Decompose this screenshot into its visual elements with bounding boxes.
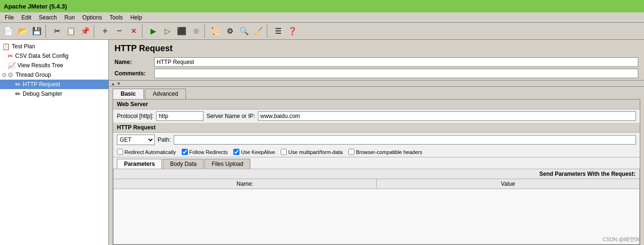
name-input[interactable] [154,57,638,67]
multipart-checkbox[interactable]: Use multipart/form-data [281,149,343,155]
thread-group-icon: ⚙ [8,71,14,79]
inner-tabs-bar: Parameters Body Data Files Upload [113,157,640,169]
view-results-icon: 📈 [8,62,16,69]
tree-item-debug-sampler[interactable]: ✏ Debug Sampler [0,89,108,99]
follow-redirects-label: Follow Redirects [189,149,228,155]
protocol-label: Protocol [http]: [117,113,153,119]
menu-options[interactable]: Options [79,13,106,22]
path-label: Path: [158,136,171,143]
divider-bar: ▲ ▼ [109,80,644,87]
clear-all-button[interactable]: 🧹 [252,25,265,38]
web-server-header: Web Server [113,100,640,109]
cut-button[interactable]: ✂ [50,25,63,38]
comments-label: Comments: [115,70,152,77]
server-input[interactable] [258,111,636,121]
shutdown-button[interactable]: ⊗ [189,25,203,38]
list-button[interactable]: ☰ [272,25,285,38]
jar-button[interactable]: ⚙ [223,25,237,38]
http-request-icon: ✏ [15,81,21,88]
paste-button[interactable]: 📌 [79,25,92,38]
protocol-input[interactable] [156,111,203,121]
menu-help[interactable]: Help [126,13,146,22]
open-button[interactable]: 📂 [16,25,29,38]
watermark: CSDN @晴空06 [602,236,640,243]
thread-expand-icon: ⊙ [2,72,7,78]
toolbar: 📄 📂 💾 ✂ 📋 📌 + − ✕ ▶ ▷ ⬛ ⊗ 📜 ⚙ 🔍 🧹 ☰ ❓ [0,23,644,40]
menu-tools[interactable]: Tools [106,13,126,22]
redirect-auto-checkbox[interactable]: Redirect Automatically [117,149,176,155]
toolbar-sep-4 [204,25,207,38]
toolbar-sep-3 [142,25,145,38]
multipart-label: Use multipart/form-data [288,149,343,155]
toolbar-sep-1 [45,25,48,38]
fields-area: Name: Comments: [109,55,644,80]
tree-item-thread-group[interactable]: ⊙ ⚙ Thread Group [0,70,108,80]
http-request-label: HTTP Request [23,81,60,88]
path-input[interactable] [174,135,636,145]
value-header: Value [377,179,639,189]
clear-button[interactable]: ✕ [127,25,140,38]
scroll-down-arrow[interactable]: ▼ [116,81,121,86]
inner-tab-parameters[interactable]: Parameters [117,159,162,169]
menu-search[interactable]: Search [35,13,61,22]
main-layout: 📋 Test Plan ✂ CSV Data Set Config 📈 View… [0,40,644,245]
menu-run[interactable]: Run [61,13,79,22]
name-row: Name: [115,57,638,67]
keep-alive-input[interactable] [233,149,239,155]
browser-compat-checkbox[interactable]: Browser-compatible headers [348,149,422,155]
send-params-label: Send Parameters With the Request: [539,171,635,177]
comments-input[interactable] [154,69,638,78]
toolbar-sep-5 [267,25,270,38]
test-plan-label: Test Plan [12,43,35,50]
inner-tab-body-data[interactable]: Body Data [163,159,203,169]
server-label: Server Name or IP: [206,113,255,119]
startno-button[interactable]: ▷ [161,25,174,38]
http-request-header: HTTP Request [113,123,640,133]
debug-sampler-label: Debug Sampler [23,91,62,97]
follow-redirects-input[interactable] [182,149,188,155]
menu-bar: File Edit Search Run Options Tools Help [0,12,644,23]
params-table-area: Send Parameters With the Request: Name: … [113,169,640,245]
comments-row: Comments: [115,69,638,78]
add-button[interactable]: + [98,25,112,38]
toolbar-sep-2 [94,25,97,38]
keep-alive-label: Use KeepAlive [241,149,275,155]
inner-tab-files-upload[interactable]: Files Upload [204,159,250,169]
csv-label: CSV Data Set Config [15,53,69,59]
method-select[interactable]: GET POST PUT DELETE HEAD OPTIONS PATCH [117,135,155,145]
name-label: Name: [115,59,152,65]
tab-basic[interactable]: Basic [113,89,144,99]
name-header: Name: [114,179,377,189]
multipart-input[interactable] [281,149,287,155]
start-button[interactable]: ▶ [147,25,160,38]
debug-sampler-icon: ✏ [15,90,21,98]
keep-alive-checkbox[interactable]: Use KeepAlive [233,149,275,155]
remove-button[interactable]: − [113,25,126,38]
menu-file[interactable]: File [1,13,18,22]
tree-item-csv[interactable]: ✂ CSV Data Set Config [0,51,108,61]
tree-item-test-plan[interactable]: 📋 Test Plan [0,42,108,51]
checkboxes-row: Redirect Automatically Follow Redirects … [113,147,640,157]
browser-compat-input[interactable] [348,149,354,155]
tab-advanced[interactable]: Advanced [145,89,186,99]
title-label: Apache JMeter (5.4.3) [4,3,67,10]
method-row: GET POST PUT DELETE HEAD OPTIONS PATCH P… [113,133,640,147]
browser-compat-label: Browser-compatible headers [356,149,422,155]
tree-item-http-request[interactable]: ✏ HTTP Request [0,80,108,89]
copy-button[interactable]: 📋 [64,25,78,38]
menu-edit[interactable]: Edit [18,13,35,22]
test-plan-icon: 📋 [2,43,10,50]
new-button[interactable]: 📄 [2,25,15,38]
scroll-up-arrow[interactable]: ▲ [111,81,115,86]
stop-button[interactable]: ⬛ [175,25,188,38]
follow-redirects-checkbox[interactable]: Follow Redirects [182,149,228,155]
request-title: HTTP Request [115,44,173,54]
log-button[interactable]: 📜 [209,25,222,38]
help-toolbar-button[interactable]: ❓ [286,25,299,38]
save-button[interactable]: 💾 [30,25,44,38]
title-bar: Apache JMeter (5.4.3) [0,0,644,12]
right-panel: HTTP Request Name: Comments: ▲ ▼ Basic A… [109,40,644,245]
redirect-auto-input[interactable] [117,149,123,155]
search-toolbar-button[interactable]: 🔍 [238,25,251,38]
tree-item-view-results[interactable]: 📈 View Results Tree [0,61,108,70]
